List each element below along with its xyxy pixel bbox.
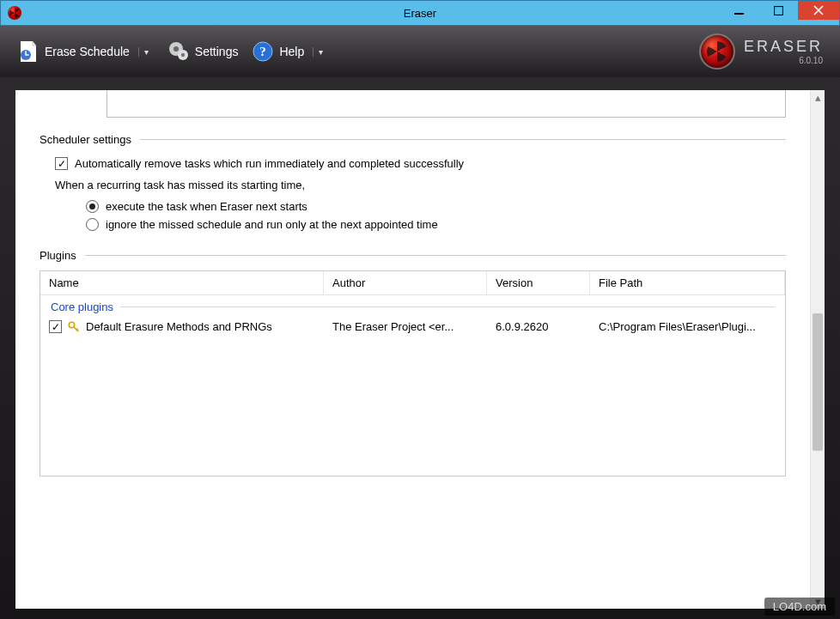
col-header-version[interactable]: Version [487, 271, 590, 294]
settings-panel: Scheduler settings ✓ Automatically remov… [15, 90, 825, 609]
plugin-version: 6.0.9.2620 [487, 320, 590, 333]
plugin-category: Core plugins [40, 295, 785, 317]
vertical-scrollbar[interactable]: ▴ ▾ [810, 90, 825, 609]
brand-logo-icon [699, 33, 735, 70]
gear-icon [167, 39, 190, 64]
erase-schedule-button[interactable]: Erase Schedule ▾ [10, 33, 161, 70]
window-controls [719, 1, 839, 25]
erase-schedule-dropdown[interactable]: ▾ [138, 47, 154, 57]
plugin-category-label: Core plugins [51, 300, 113, 313]
radio-execute-next-start[interactable] [86, 200, 99, 213]
settings-button[interactable]: Settings [161, 33, 246, 70]
scroll-up-icon[interactable]: ▴ [811, 90, 825, 105]
plugins-table: Name Author Version File Path Core plugi… [40, 270, 786, 476]
plugins-group: Plugins Name Author Version File Path Co… [40, 249, 786, 476]
radio-execute-label: execute the task when Eraser next starts [106, 200, 307, 213]
plugins-table-header: Name Author Version File Path [40, 271, 785, 295]
divider [85, 255, 786, 256]
plugin-path: C:\Program Files\Eraser\Plugi... [590, 320, 785, 333]
help-button[interactable]: ? Help ▾ [245, 33, 335, 70]
scroll-thumb[interactable] [813, 313, 823, 451]
help-icon: ? [252, 39, 274, 64]
previous-section-box [107, 90, 786, 118]
svg-rect-1 [774, 6, 782, 15]
window-titlebar: Eraser [0, 0, 840, 26]
svg-point-4 [173, 46, 179, 52]
app-icon [8, 6, 21, 20]
svg-point-6 [181, 53, 185, 57]
erase-schedule-label: Erase Schedule [45, 45, 130, 58]
key-icon [68, 321, 80, 333]
table-row[interactable]: ✓ Default Erasure Methods and PRNGs The … [40, 317, 785, 337]
main-toolbar: Erase Schedule ▾ Settings ? Help ▾ ERASE [0, 26, 840, 77]
col-header-name[interactable]: Name [40, 271, 324, 294]
col-header-path[interactable]: File Path [590, 271, 785, 294]
help-label: Help [279, 45, 304, 58]
maximize-button[interactable] [758, 1, 798, 20]
scheduler-settings-group: Scheduler settings ✓ Automatically remov… [40, 133, 786, 234]
plugins-heading: Plugins [40, 249, 76, 262]
help-dropdown[interactable]: ▾ [313, 47, 328, 57]
plugin-row-checkbox[interactable]: ✓ [49, 320, 62, 333]
auto-remove-checkbox[interactable]: ✓ [55, 157, 68, 170]
brand-block: ERASER 6.0.10 [699, 33, 830, 70]
missed-prompt-label: When a recurring task has missed its sta… [40, 176, 786, 194]
minimize-button[interactable] [719, 1, 758, 20]
watermark-label: LO4D.com [764, 598, 835, 616]
close-button[interactable] [798, 1, 839, 20]
svg-text:?: ? [260, 45, 267, 58]
brand-name: ERASER [744, 38, 823, 56]
svg-rect-0 [734, 13, 744, 15]
radio-ignore-missed[interactable] [86, 218, 99, 231]
divider [140, 139, 786, 140]
plugin-author: The Eraser Project <er... [324, 320, 487, 333]
content-frame: Scheduler settings ✓ Automatically remov… [0, 77, 840, 619]
auto-remove-label: Automatically remove tasks which run imm… [75, 157, 464, 170]
scheduler-heading: Scheduler settings [40, 133, 131, 146]
brand-version: 6.0.10 [744, 56, 823, 65]
col-header-author[interactable]: Author [324, 271, 487, 294]
radio-ignore-label: ignore the missed schedule and run only … [106, 218, 438, 231]
settings-label: Settings [195, 45, 239, 58]
schedule-icon [17, 39, 40, 64]
plugin-name: Default Erasure Methods and PRNGs [86, 320, 272, 333]
window-title: Eraser [1, 7, 839, 20]
